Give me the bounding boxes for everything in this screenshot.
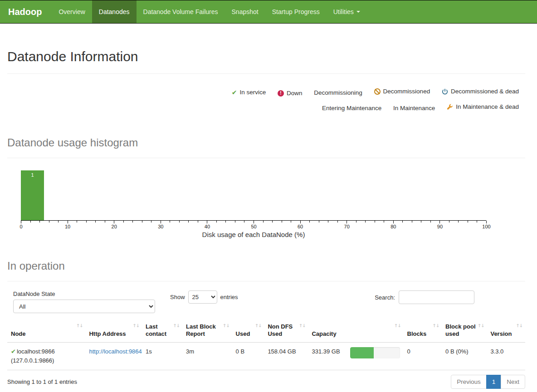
node-ip: (127.0.0.1:9866) [11,357,54,364]
axis-tick: 50 [254,221,254,223]
capacity-progress-fill [350,347,374,358]
node-state-legend: ✔ In service ! Down Decommissioning Deco… [7,85,525,115]
column-header-http-address[interactable]: Http Address↑↓ [85,320,142,342]
x-axis: 0102030405060708090100 [21,220,486,230]
pagination-next[interactable]: Next [501,375,525,389]
legend-down: ! Down [278,87,303,100]
datanodes-table: Node↑↓ Http Address↑↓ Last contact↑↓ Las… [7,320,525,370]
show-label: Show [170,294,185,300]
column-header-last-block-report[interactable]: Last Block Report↑↓ [182,320,232,342]
axis-tick-label: 100 [482,224,490,229]
column-label: Block pool used [445,323,475,337]
axis-tick [477,221,477,223]
page-title: Datanode Information [7,50,525,63]
axis-tick-label: 30 [158,224,163,229]
legend-label: Decommissioning [314,86,362,100]
column-header-blocks[interactable]: Blocks↑↓ [404,320,442,342]
legend-label: In Maintenance [393,102,435,115]
table-search: Search: [375,290,474,304]
column-header-capacity[interactable]: Capacity↑↓ [308,320,403,342]
axis-tick [356,221,356,223]
cell-block-pool-used: 0 B (0%) [442,342,487,370]
nav-utilities-label: Utilities [333,8,354,15]
legend-in-maintenance: In Maintenance [393,102,435,115]
axis-tick [39,221,40,223]
cell-last-contact: 1s [142,342,182,370]
column-header-used[interactable]: Used↑↓ [232,320,264,342]
datanode-state-select[interactable]: All [13,300,155,313]
pagination: Previous 1 Next [451,375,525,389]
histogram-plot: 1 [21,170,486,220]
axis-tick-label: 40 [205,224,210,229]
axis-tick [449,221,449,223]
axis-tick-label: 20 [112,224,117,229]
legend-decommissioned-dead: Decommissioned & dead [442,85,519,98]
legend-entering-maintenance: Entering Maintenance [322,102,381,115]
check-icon: ✔ [232,89,237,96]
capacity-value: 331.39 GB [312,347,350,356]
top-navbar: Hadoop Overview Datanodes Datanode Volum… [0,0,537,24]
axis-tick [95,221,96,223]
axis-tick [58,221,59,223]
sort-icon: ↑↓ [432,323,439,329]
legend-in-service: ✔ In service [232,86,266,99]
nav-snapshot[interactable]: Snapshot [225,0,265,23]
nav-startup-progress[interactable]: Startup Progress [265,0,327,23]
axis-tick-label: 50 [251,224,256,229]
entries-label: entries [220,294,238,300]
table-footer: Showing 1 to 1 of 1 entries Previous 1 N… [7,375,525,389]
entries-count-select[interactable]: 25 [188,290,217,304]
column-label: Blocks [407,330,427,337]
cell-used: 0 B [232,342,264,370]
legend-row-2: Entering Maintenance In Maintenance In M… [7,100,519,115]
nav-datanodes[interactable]: Datanodes [92,0,137,23]
column-header-non-dfs-used[interactable]: Non DFS Used↑↓ [264,320,308,342]
column-label: Last Block Report [186,323,216,337]
nav-datanode-volume-failures[interactable]: Datanode Volume Failures [137,0,225,23]
axis-tick [365,221,366,223]
brand-hadoop[interactable]: Hadoop [0,0,52,23]
cell-blocks: 0 [404,342,442,370]
axis-tick [458,221,459,223]
ban-circle-icon [374,88,381,95]
legend-label: In service [239,86,266,99]
pagination-previous[interactable]: Previous [451,375,487,389]
axis-tick [225,221,226,223]
column-header-block-pool-used[interactable]: Block pool used↑↓ [442,320,487,342]
axis-tick [291,221,291,223]
axis-tick [105,221,105,223]
axis-tick-label: 80 [391,224,396,229]
axis-tick [309,221,310,223]
axis-tick-label: 60 [298,224,303,229]
datanode-state-label: DataNode State [13,290,155,297]
axis-tick [430,221,431,223]
pagination-page-1[interactable]: 1 [487,375,502,389]
legend-label: Entering Maintenance [322,102,381,115]
axis-tick: 20 [114,221,114,223]
in-operation-divider [7,281,525,281]
search-input[interactable] [399,290,474,304]
axis-tick [179,221,180,223]
axis-tick [319,221,319,223]
table-header-row: Node↑↓ Http Address↑↓ Last contact↑↓ Las… [7,320,525,342]
column-header-node[interactable]: Node↑↓ [7,320,85,342]
http-address-link[interactable]: http://localhost:9864 [89,348,142,355]
legend-label: Decommissioned [383,85,430,98]
power-icon [442,88,448,95]
nav-overview[interactable]: Overview [52,0,92,23]
axis-tick [272,221,273,223]
axis-tick-label: 0 [20,224,22,229]
axis-tick [421,221,421,223]
nav-utilities-dropdown[interactable]: Utilities [327,0,367,23]
column-label: Last contact [146,323,166,337]
column-label: Node [11,330,26,337]
column-header-version[interactable]: Version↑↓ [487,320,525,342]
axis-tick: 40 [207,221,207,223]
sort-icon: ↑↓ [299,323,306,329]
column-header-last-contact[interactable]: Last contact↑↓ [142,320,182,342]
axis-tick [235,221,235,223]
search-label: Search: [375,294,395,301]
legend-decommissioned: Decommissioned [374,85,430,98]
axis-tick: 80 [393,221,394,223]
axis-tick [282,221,282,223]
